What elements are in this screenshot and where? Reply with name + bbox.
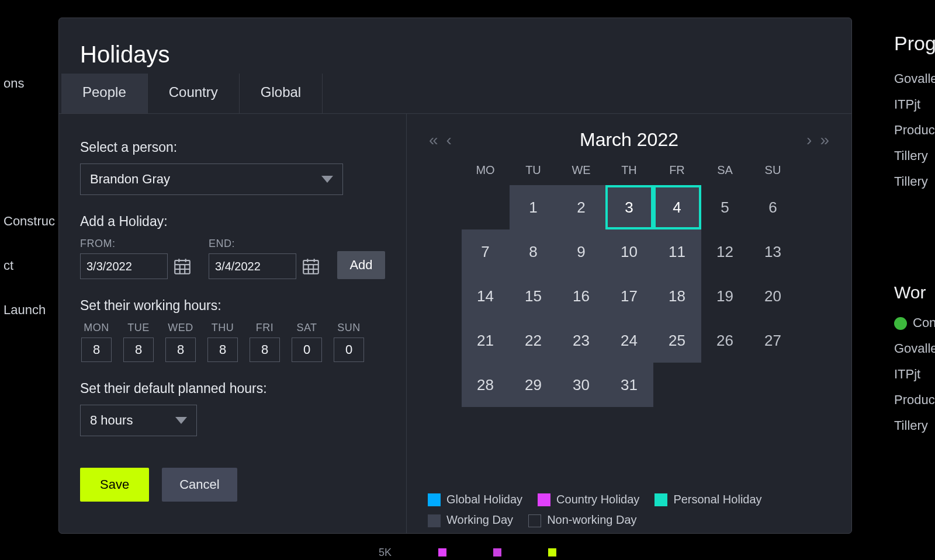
from-date-input[interactable] xyxy=(80,253,168,279)
calendar-pane: « ‹ March 2022 › » MOTUWETHFRSASU1234567… xyxy=(407,114,851,533)
panel-row: Tillery xyxy=(894,174,935,189)
calendar-day[interactable]: 11 xyxy=(653,229,701,274)
calendar-day[interactable]: 15 xyxy=(510,274,557,318)
calendar-day[interactable]: 19 xyxy=(701,274,749,318)
add-button[interactable]: Add xyxy=(337,251,385,279)
tab-people[interactable]: People xyxy=(61,74,148,113)
next-year-icon[interactable]: » xyxy=(820,131,829,149)
calendar-day[interactable]: 9 xyxy=(557,229,605,274)
cancel-button[interactable]: Cancel xyxy=(162,468,237,502)
hours-input[interactable] xyxy=(165,338,196,362)
calendar-day[interactable]: 2 xyxy=(557,185,605,229)
calendar-day[interactable]: 22 xyxy=(510,318,557,363)
calendar-day[interactable]: 10 xyxy=(605,229,653,274)
dow-label: THU xyxy=(212,322,234,334)
calendar-day[interactable]: 8 xyxy=(510,229,557,274)
hours-input[interactable] xyxy=(292,338,322,362)
hours-col: WED xyxy=(164,322,197,362)
legend-swatch-global-icon xyxy=(428,493,441,506)
svg-rect-0 xyxy=(175,260,190,274)
calendar-icon[interactable] xyxy=(301,256,321,276)
holidays-modal: Holidays People Country Global Select a … xyxy=(58,18,852,534)
calendar-day[interactable]: 27 xyxy=(749,318,797,363)
calendar-day[interactable]: 21 xyxy=(462,318,510,363)
legend-label: Global Holiday xyxy=(446,493,522,506)
legend-label: Country Holiday xyxy=(556,493,639,506)
dow-label: TUE xyxy=(127,322,150,334)
calendar-day[interactable]: 3 xyxy=(605,185,653,229)
calendar-day[interactable]: 23 xyxy=(557,318,605,363)
dow-header: FR xyxy=(653,158,701,185)
legend-dot-icon xyxy=(548,548,556,556)
calendar-day[interactable]: 26 xyxy=(701,318,749,363)
calendar-day[interactable]: 28 xyxy=(462,363,510,407)
working-hours-grid: MONTUEWEDTHUFRISATSUN xyxy=(80,322,385,362)
calendar-day[interactable]: 18 xyxy=(653,274,701,318)
hours-input[interactable] xyxy=(123,338,154,362)
tabs: People Country Global xyxy=(59,74,851,114)
chevron-down-icon xyxy=(321,176,333,183)
calendar-day[interactable]: 1 xyxy=(510,185,557,229)
calendar-day[interactable]: 16 xyxy=(557,274,605,318)
calendar-day[interactable]: 30 xyxy=(557,363,605,407)
legend-label: Working Day xyxy=(446,513,513,526)
legend-label: Non-working Day xyxy=(547,513,636,526)
panel-row: Tillery xyxy=(894,148,935,164)
chevron-down-icon xyxy=(175,417,187,424)
sidebar-item[interactable]: Launch xyxy=(0,297,58,324)
calendar-day[interactable]: 17 xyxy=(605,274,653,318)
calendar-day[interactable]: 29 xyxy=(510,363,557,407)
panel-row: Produc xyxy=(894,392,935,408)
background-left-nav: ons Construc ct Launch xyxy=(0,0,58,560)
panel-heading: Prog xyxy=(894,32,935,55)
tab-global[interactable]: Global xyxy=(240,74,323,113)
panel-row: ITPjt xyxy=(894,97,935,112)
save-button[interactable]: Save xyxy=(80,468,149,502)
sidebar-item[interactable]: ons xyxy=(0,70,58,97)
legend-swatch-country-icon xyxy=(538,493,550,506)
prev-year-icon[interactable]: « xyxy=(429,131,438,149)
end-date-input[interactable] xyxy=(209,253,296,279)
calendar-day[interactable]: 12 xyxy=(701,229,749,274)
next-month-icon[interactable]: › xyxy=(806,131,812,149)
planned-hours-label: Set their default planned hours: xyxy=(80,381,385,396)
dow-header: TU xyxy=(510,158,557,185)
calendar-day[interactable]: 24 xyxy=(605,318,653,363)
calendar-day[interactable]: 5 xyxy=(701,185,749,229)
calendar-legend: Global Holiday Country Holiday Personal … xyxy=(428,488,830,527)
form-pane: Select a person: Brandon Gray Add a Holi… xyxy=(59,114,407,533)
hours-col: THU xyxy=(206,322,239,362)
calendar-day[interactable]: 13 xyxy=(749,229,797,274)
hours-input[interactable] xyxy=(334,338,364,362)
hours-input[interactable] xyxy=(207,338,238,362)
panel-row: Tillery xyxy=(894,418,935,433)
planned-hours-select[interactable]: 8 hours xyxy=(80,405,197,436)
hours-input[interactable] xyxy=(250,338,280,362)
calendar-day[interactable]: 7 xyxy=(462,229,510,274)
sidebar-item[interactable]: ct xyxy=(0,252,58,279)
panel-row: Con xyxy=(894,315,935,331)
tab-country[interactable]: Country xyxy=(148,74,240,113)
dow-header: MO xyxy=(462,158,510,185)
calendar-empty-cell xyxy=(462,185,510,229)
prev-month-icon[interactable]: ‹ xyxy=(446,131,452,149)
calendar-icon[interactable] xyxy=(172,256,192,276)
calendar-day[interactable]: 25 xyxy=(653,318,701,363)
person-select[interactable]: Brandon Gray xyxy=(80,164,343,195)
calendar-day[interactable]: 6 xyxy=(749,185,797,229)
calendar-day[interactable]: 20 xyxy=(749,274,797,318)
legend-dot-icon xyxy=(438,548,446,556)
calendar-day[interactable]: 4 xyxy=(653,185,701,229)
planned-hours-value: 8 hours xyxy=(90,413,133,428)
legend-label: Personal Holiday xyxy=(673,493,761,506)
calendar-day[interactable]: 14 xyxy=(462,274,510,318)
calendar-day[interactable]: 31 xyxy=(605,363,653,407)
select-person-label: Select a person: xyxy=(80,140,385,155)
sidebar-item[interactable]: Construc xyxy=(0,208,58,235)
dow-label: SAT xyxy=(296,322,317,334)
from-label: FROM: xyxy=(80,238,192,250)
hours-col: SAT xyxy=(290,322,323,362)
panel-row: ITPjt xyxy=(894,367,935,382)
hours-input[interactable] xyxy=(81,338,112,362)
status-dot-icon xyxy=(894,317,907,330)
